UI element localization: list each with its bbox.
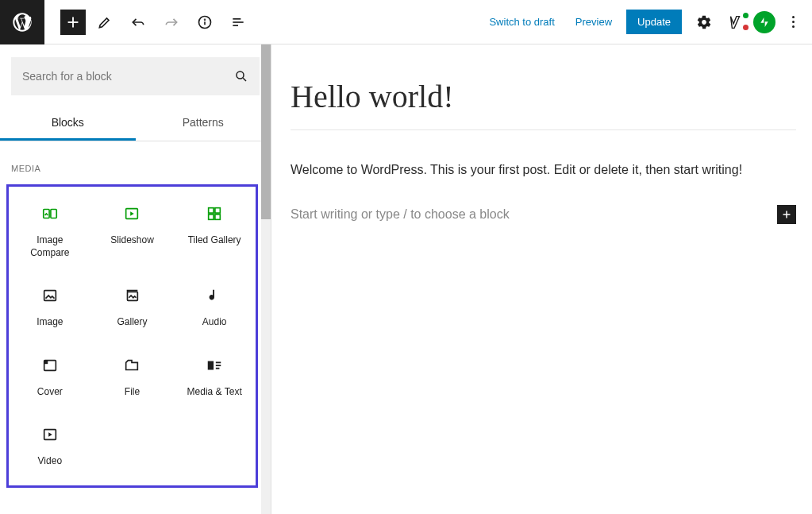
svg-rect-22: [208, 361, 214, 369]
block-label: Image: [37, 316, 63, 329]
post-body-paragraph[interactable]: Welcome to WordPress. This is your first…: [291, 160, 796, 180]
tab-blocks[interactable]: Blocks: [0, 106, 136, 141]
block-label: Cover: [37, 386, 63, 399]
svg-point-4: [205, 19, 206, 20]
cover-icon: [40, 356, 60, 375]
block-label: Image Compare: [30, 234, 69, 259]
block-label: Media & Text: [187, 386, 242, 399]
svg-marker-13: [131, 211, 135, 216]
slideshow-icon: [122, 204, 141, 223]
image-icon: [40, 286, 60, 305]
video-icon: [40, 425, 60, 444]
svg-marker-27: [48, 433, 52, 438]
wordpress-logo[interactable]: [0, 0, 44, 44]
block-tiled-gallery[interactable]: Tiled Gallery: [173, 199, 256, 264]
block-image-compare[interactable]: Image Compare: [9, 199, 91, 264]
main-layout: Blocks Patterns MEDIA Image Compare Sli: [0, 44, 812, 514]
info-icon[interactable]: [190, 8, 219, 37]
block-label: Slideshow: [110, 234, 154, 247]
inserter-tabs: Blocks Patterns: [0, 106, 271, 141]
block-search[interactable]: [11, 57, 260, 95]
image-compare-icon: [40, 204, 60, 223]
block-label: Gallery: [117, 316, 147, 329]
media-blocks-grid: Image Compare Slideshow Tiled Gallery: [6, 184, 258, 488]
svg-rect-17: [215, 214, 220, 219]
gallery-icon: [122, 286, 141, 305]
inserter-sidebar: Blocks Patterns MEDIA Image Compare Sli: [0, 44, 271, 514]
switch-to-draft-button[interactable]: Switch to draft: [483, 11, 560, 33]
update-button[interactable]: Update: [626, 10, 682, 34]
section-label-media: MEDIA: [11, 164, 260, 173]
svg-point-8: [237, 71, 244, 79]
jetpack-icon[interactable]: [753, 11, 775, 33]
svg-rect-15: [215, 208, 220, 213]
toolbar-right: Switch to draft Preview Update: [483, 8, 812, 37]
new-block-row: Start writing or type / to choose a bloc…: [291, 205, 796, 224]
preview-button[interactable]: Preview: [569, 11, 618, 33]
add-block-inline-button[interactable]: [777, 205, 796, 224]
search-input[interactable]: [22, 70, 234, 83]
tab-patterns[interactable]: Patterns: [136, 106, 271, 141]
svg-rect-21: [44, 360, 48, 364]
post-title[interactable]: Hello world!: [291, 78, 796, 130]
block-audio[interactable]: Audio: [173, 281, 256, 334]
toolbar-left: [44, 8, 252, 37]
svg-line-9: [243, 78, 246, 81]
block-label: Video: [38, 455, 62, 468]
settings-icon[interactable]: [690, 8, 718, 37]
block-image[interactable]: Image: [9, 281, 91, 334]
editor-canvas: Hello world! Welcome to WordPress. This …: [271, 44, 812, 514]
block-label: Audio: [202, 316, 227, 329]
undo-icon[interactable]: [124, 8, 152, 37]
svg-rect-18: [44, 291, 56, 301]
add-block-button[interactable]: [60, 10, 86, 35]
svg-rect-14: [209, 208, 214, 213]
yoast-icon[interactable]: [726, 13, 745, 32]
tiled-gallery-icon: [205, 204, 224, 223]
block-video[interactable]: Video: [9, 420, 91, 473]
file-icon: [122, 356, 141, 375]
svg-rect-16: [209, 214, 214, 219]
block-cover[interactable]: Cover: [9, 351, 91, 404]
media-text-icon: [205, 356, 224, 375]
scrollbar-thumb[interactable]: [261, 44, 271, 219]
edit-icon[interactable]: [90, 8, 119, 37]
list-view-icon[interactable]: [224, 8, 252, 37]
block-slideshow[interactable]: Slideshow: [91, 199, 174, 264]
search-icon: [234, 69, 248, 83]
sidebar-scrollbar[interactable]: [261, 44, 271, 514]
block-label: File: [125, 386, 140, 399]
block-label: Tiled Gallery: [188, 234, 241, 247]
svg-rect-11: [51, 210, 56, 218]
more-menu-icon[interactable]: [783, 16, 802, 28]
top-toolbar: Switch to draft Preview Update: [0, 0, 812, 44]
audio-icon: [205, 286, 224, 305]
block-gallery[interactable]: Gallery: [91, 281, 174, 334]
redo-icon[interactable]: [157, 8, 186, 37]
block-file[interactable]: File: [91, 351, 174, 404]
block-placeholder[interactable]: Start writing or type / to choose a bloc…: [291, 207, 510, 222]
block-media-text[interactable]: Media & Text: [173, 351, 256, 404]
